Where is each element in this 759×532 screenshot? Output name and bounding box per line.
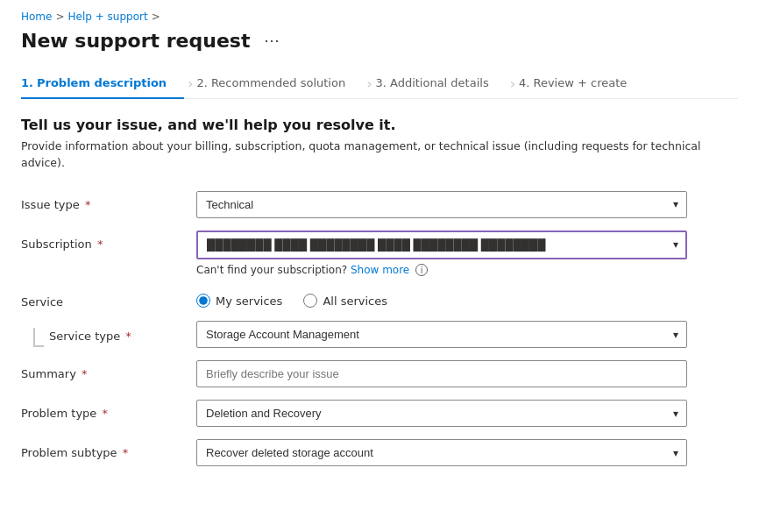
service-type-indent: Service type * — [21, 321, 196, 347]
page-title: New support request — [21, 30, 250, 52]
service-label: Service — [21, 288, 196, 309]
cant-find-text: Can't find your subscription? — [196, 264, 347, 276]
subscription-select[interactable]: ████████ ████ ████████ ████ ████████ ███… — [196, 231, 687, 259]
problem-type-required: * — [98, 407, 108, 420]
wizard-sep-1: › — [188, 75, 193, 92]
breadcrumb-help[interactable]: Help + support — [68, 11, 148, 23]
cant-find-row: Can't find your subscription? Show more … — [196, 264, 687, 277]
service-type-dropdown[interactable]: Storage Account Management Virtual Machi… — [196, 321, 687, 348]
problem-type-dropdown[interactable]: Deletion and Recovery Performance Config… — [196, 400, 687, 427]
service-control: My services All services — [196, 288, 687, 308]
subscription-control: ████████ ████ ████████ ████ ████████ ███… — [196, 231, 687, 277]
breadcrumb-sep1: > — [55, 11, 64, 23]
problem-subtype-control: Recover deleted storage account Data rec… — [196, 439, 687, 466]
wizard-sep-3: › — [510, 75, 515, 92]
form-heading: Tell us your issue, and we'll help you r… — [21, 117, 738, 133]
step2-num: 2. — [197, 76, 208, 89]
breadcrumb-home[interactable]: Home — [21, 11, 52, 23]
problem-subtype-row: Problem subtype * Recover deleted storag… — [21, 439, 738, 466]
wizard-step-4[interactable]: 4. Review + create — [519, 69, 644, 98]
summary-label: Summary * — [21, 360, 196, 380]
issue-type-dropdown[interactable]: Technical Billing Subscription Managemen… — [196, 191, 687, 218]
my-services-label: My services — [216, 294, 282, 308]
info-icon[interactable]: i — [415, 264, 428, 276]
issue-type-select[interactable]: Technical Billing Subscription Managemen… — [196, 191, 687, 218]
subscription-dropdown[interactable]: ████████ ████ ████████ ████ ████████ ███… — [196, 231, 687, 259]
step3-num: 3. — [376, 76, 387, 89]
service-type-select[interactable]: Storage Account Management Virtual Machi… — [196, 321, 687, 348]
problem-type-control: Deletion and Recovery Performance Config… — [196, 400, 687, 427]
wizard-step-2[interactable]: 2. Recommended solution — [197, 69, 364, 98]
step4-label: Review + create — [533, 76, 627, 89]
indent-bracket — [33, 328, 44, 347]
step4-num: 4. — [519, 76, 529, 89]
all-services-radio[interactable] — [303, 294, 317, 308]
issue-type-label: Issue type * — [21, 191, 196, 211]
breadcrumb: Home > Help + support > — [21, 0, 738, 30]
problem-subtype-label: Problem subtype * — [21, 439, 196, 459]
wizard-sep-2: › — [366, 75, 372, 92]
problem-subtype-select[interactable]: Recover deleted storage account Data rec… — [196, 439, 687, 466]
service-type-row: Service type * Storage Account Managemen… — [21, 321, 738, 348]
breadcrumb-sep2: > — [152, 11, 160, 23]
wizard-step-1[interactable]: 1. Problem description — [21, 69, 184, 98]
my-services-radio-label[interactable]: My services — [196, 294, 282, 308]
service-radio-group: My services All services — [196, 288, 687, 308]
issue-type-row: Issue type * Technical Billing Subscript… — [21, 191, 738, 218]
my-services-radio[interactable] — [196, 294, 210, 308]
service-indent-line: Service type * — [21, 328, 131, 347]
issue-type-control: Technical Billing Subscription Managemen… — [196, 191, 687, 218]
service-type-label: Service type * — [49, 328, 131, 343]
problem-subtype-required: * — [119, 446, 129, 459]
problem-type-row: Problem type * Deletion and Recovery Per… — [21, 400, 738, 427]
service-type-control: Storage Account Management Virtual Machi… — [196, 321, 687, 348]
summary-control — [196, 360, 687, 387]
step2-label: Recommended solution — [211, 76, 345, 89]
subscription-required: * — [94, 238, 103, 251]
all-services-radio-label[interactable]: All services — [303, 294, 387, 308]
problem-type-select[interactable]: Deletion and Recovery Performance Config… — [196, 400, 687, 427]
step1-num: 1. — [21, 76, 33, 89]
problem-subtype-dropdown[interactable]: Recover deleted storage account Data rec… — [196, 439, 687, 466]
show-more-link[interactable]: Show more — [351, 264, 409, 276]
problem-type-label: Problem type * — [21, 400, 196, 420]
form-description: Provide information about your billing, … — [21, 138, 738, 172]
wizard-steps: 1. Problem description › 2. Recommended … — [21, 69, 738, 99]
summary-required: * — [78, 367, 88, 380]
subscription-label: Subscription * — [21, 231, 196, 251]
wizard-step-3[interactable]: 3. Additional details — [376, 69, 507, 98]
page-title-row: New support request ··· — [21, 30, 738, 69]
step1-label: Problem description — [37, 76, 167, 89]
subscription-row: Subscription * ████████ ████ ████████ ██… — [21, 231, 738, 277]
summary-input[interactable] — [196, 360, 687, 387]
summary-row: Summary * — [21, 360, 738, 387]
issue-type-required: * — [82, 198, 91, 211]
ellipsis-button[interactable]: ··· — [259, 30, 285, 52]
all-services-label: All services — [323, 294, 387, 308]
service-row: Service My services All services — [21, 288, 738, 309]
step3-label: Additional details — [390, 76, 489, 89]
